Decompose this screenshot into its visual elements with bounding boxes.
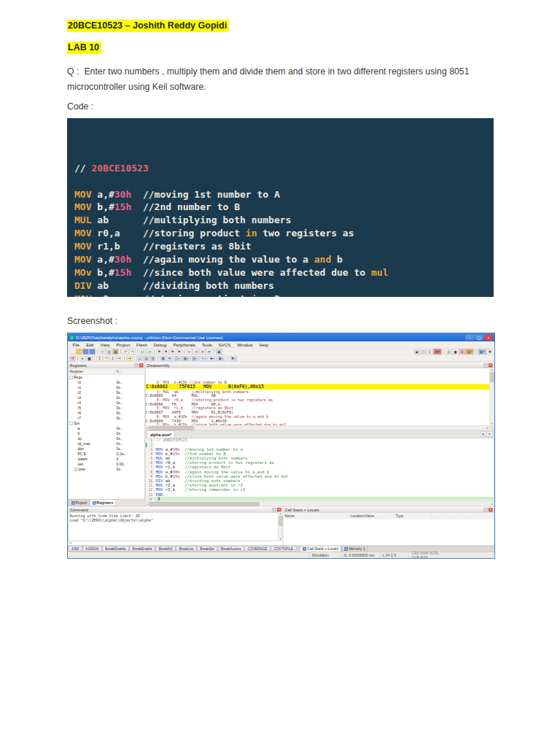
- configure-tools-icon[interactable]: ✱: [487, 349, 493, 355]
- dptr[interactable]: dptr0x..: [69, 446, 145, 452]
- editor-hscrollbar[interactable]: ◂▸: [146, 502, 494, 506]
- disassembly-content[interactable]: 2: MOV b,#15h //2nd number to BC:0x0002 …: [146, 368, 490, 426]
- tab-alpha-asm[interactable]: alpha.asm*: [147, 431, 175, 438]
- editor-content[interactable]: 1// 20BCE1052323MOV a,#30h //moving 1st …: [146, 438, 494, 501]
- command-button[interactable]: ASSIGN: [82, 546, 101, 552]
- callstack-content[interactable]: [284, 519, 494, 546]
- pin-icon[interactable]: [484, 363, 489, 368]
- Regs[interactable]: -Regs: [69, 375, 145, 380]
- column-header[interactable]: Type: [394, 513, 431, 519]
- command-button[interactable]: ASM: [69, 546, 82, 552]
- pin-icon[interactable]: [484, 508, 489, 512]
- tab-project[interactable]: Project: [69, 500, 90, 506]
- pack-installer-icon[interactable]: ▤: [466, 349, 474, 355]
- r2[interactable]: r20x..: [69, 390, 145, 395]
- r6[interactable]: r60x..: [69, 411, 145, 416]
- sp[interactable]: sp0x..: [69, 436, 145, 441]
- close-icon[interactable]: ×: [277, 508, 281, 512]
- system-viewer-icon[interactable]: ▣: [217, 356, 225, 361]
- tab-registers[interactable]: Registers: [90, 500, 116, 506]
- expander-icon[interactable]: -: [69, 422, 73, 425]
- comment-icon[interactable]: ≡: [200, 349, 206, 355]
- expander-icon[interactable]: -: [69, 376, 73, 379]
- r7[interactable]: r70x..: [69, 416, 145, 421]
- expander-icon[interactable]: +: [74, 468, 78, 471]
- value-column[interactable]: V...: [115, 369, 145, 374]
- PC $[interactable]: PC $C:0x..: [69, 452, 145, 457]
- bookmark-toggle-icon[interactable]: ⚑: [157, 349, 163, 355]
- pin-icon[interactable]: [135, 363, 139, 368]
- menu-peripherals[interactable]: Peripherals: [170, 342, 198, 347]
- reset-icon[interactable]: ↺: [70, 356, 76, 361]
- command-button[interactable]: BreakSet: [197, 546, 217, 552]
- step-over-icon[interactable]: ↷: [104, 356, 109, 361]
- save-all-icon[interactable]: [90, 349, 96, 355]
- menu-edit[interactable]: Edit: [83, 342, 97, 347]
- user-account-icon[interactable]: ☺: [421, 349, 427, 355]
- memory-window-icon[interactable]: ▦: [182, 356, 190, 361]
- menu-flash[interactable]: Flash: [133, 342, 151, 347]
- command-button[interactable]: BreakEnable: [130, 546, 155, 552]
- registers-tree[interactable]: -Regsr00x..r10x..r20x..r30x..r40x..r50x.…: [69, 375, 145, 500]
- disassembly-vscrollbar[interactable]: ▴▾: [490, 368, 494, 426]
- r1[interactable]: r10x..: [69, 385, 145, 390]
- toolbox-icon[interactable]: ✱: [230, 356, 238, 361]
- command-button[interactable]: BreakList: [176, 546, 196, 552]
- close-icon[interactable]: ×: [489, 363, 493, 368]
- close-icon[interactable]: ×: [489, 508, 493, 512]
- command-vscrollbar[interactable]: ▴▾: [279, 512, 283, 541]
- save-icon[interactable]: [83, 349, 89, 355]
- command-button[interactable]: BreakDisable: [102, 546, 128, 552]
- bookmark-clear-icon[interactable]: ⚑: [176, 349, 182, 355]
- r3[interactable]: r30x..: [69, 395, 145, 400]
- command-window-icon[interactable]: ▭: [137, 356, 143, 361]
- bookmark-prev-icon[interactable]: ⚑: [163, 349, 169, 355]
- disassembly-window-icon[interactable]: ▤: [144, 356, 149, 361]
- navigate-back-icon[interactable]: ←: [140, 349, 146, 355]
- menu-project[interactable]: Project: [113, 342, 133, 347]
- undo-icon[interactable]: ↶: [123, 349, 129, 355]
- callstack-header[interactable]: Call Stack + Locals ×: [284, 507, 494, 514]
- r0[interactable]: r00x..: [69, 380, 145, 385]
- Sys[interactable]: -Sys: [69, 421, 145, 426]
- register-column[interactable]: Register: [69, 369, 115, 374]
- tab-list-icon[interactable]: ▾: [481, 431, 486, 437]
- serial-window-icon[interactable]: ▥: [191, 356, 199, 361]
- new-file-icon[interactable]: ▢: [70, 349, 76, 355]
- registers-panel-header[interactable]: Registers ×: [69, 363, 145, 369]
- title-bar[interactable]: µ D:\ZERO\alpha\alpha\alpha.uvproj - µVi…: [68, 333, 494, 341]
- menu-tools[interactable]: Tools: [198, 342, 215, 347]
- column-header[interactable]: Location/Value: [349, 513, 394, 519]
- bookmark-next-icon[interactable]: ⚑: [170, 349, 176, 355]
- insert-breakpoint-icon[interactable]: ●: [453, 349, 459, 355]
- callstack-window-icon[interactable]: ≡: [167, 356, 173, 361]
- command-header[interactable]: Command ×: [69, 507, 283, 514]
- r5[interactable]: r50x..: [69, 406, 145, 411]
- trace-window-icon[interactable]: ◈: [209, 356, 217, 361]
- start-debug-icon[interactable]: ◎: [446, 349, 452, 355]
- symbols-window-icon[interactable]: ▥: [150, 356, 156, 361]
- sec[interactable]: sec0.00..: [69, 462, 145, 467]
- close-icon[interactable]: ×: [139, 363, 144, 368]
- watch-window-icon[interactable]: ◫: [174, 356, 182, 361]
- analysis-window-icon[interactable]: ∿: [200, 356, 208, 361]
- menu-file[interactable]: File: [69, 342, 83, 347]
- copy-icon[interactable]: ▥: [106, 349, 112, 355]
- run-icon[interactable]: ▸: [80, 356, 86, 361]
- show-next-statement-icon[interactable]: ⇒: [127, 356, 133, 361]
- menu-window[interactable]: Window: [234, 342, 256, 347]
- tab-close-icon[interactable]: ×: [487, 431, 493, 437]
- menu-help[interactable]: Help: [256, 342, 271, 347]
- indent-icon[interactable]: ⇥: [193, 349, 199, 355]
- step-out-icon[interactable]: ↥: [110, 356, 116, 361]
- b[interactable]: b0x..: [69, 431, 145, 436]
- target-options-icon[interactable]: ✱: [434, 349, 442, 355]
- step-into-icon[interactable]: ↧: [97, 356, 103, 361]
- minimize-button[interactable]: –: [465, 335, 474, 341]
- command-button[interactable]: COVERAGE: [245, 546, 271, 552]
- menu-svcs[interactable]: SVCS: [215, 342, 233, 347]
- menu-debug[interactable]: Debug: [150, 342, 170, 347]
- paste-icon[interactable]: ▦: [113, 349, 119, 355]
- r4[interactable]: r40x..: [69, 400, 145, 406]
- pin-icon[interactable]: [273, 508, 277, 512]
